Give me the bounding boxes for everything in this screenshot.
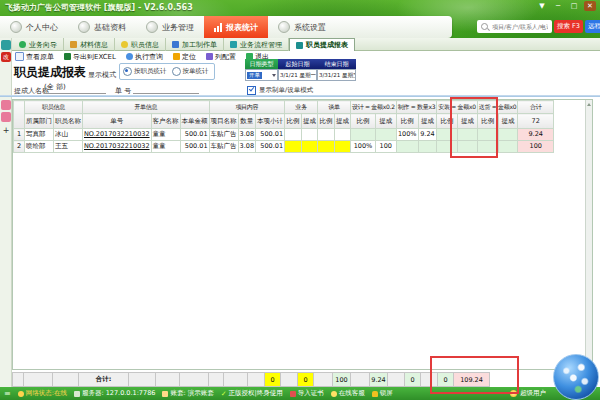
current-user[interactable]: 超级用户 xyxy=(510,389,546,398)
account-set: 账套: 演示账套 xyxy=(162,389,213,398)
column-header[interactable]: 所属部门 xyxy=(25,114,54,129)
column-header[interactable]: 提成 xyxy=(375,114,396,129)
table-row[interactable]: 2喷绘部王五NO.2017032210032童童500.01车贴广告3.0850… xyxy=(14,141,554,153)
column-header[interactable]: 单号 xyxy=(83,114,152,129)
menu-item-label: 系统设置 xyxy=(294,22,326,33)
remote-training-button[interactable]: 远程培训 xyxy=(585,20,600,33)
shortcut-teal-icon[interactable] xyxy=(1,40,11,50)
search-button[interactable]: 搜索 F3 xyxy=(554,20,583,33)
menu-item-personal-center[interactable]: 个人中心 xyxy=(0,16,68,38)
table-row[interactable]: 1写真部冰山NO.2017032210032童童500.01车贴广告3.0850… xyxy=(14,129,554,141)
column-header[interactable]: 本项小计 xyxy=(256,114,285,129)
report-icon xyxy=(296,42,303,49)
start-date-select[interactable]: 3/1/21 星期一 xyxy=(278,69,317,81)
radio-by-staff[interactable]: 按职员统计 xyxy=(123,67,167,76)
shortcut-pink-icon-1[interactable] xyxy=(1,100,11,110)
vertical-scrollbar[interactable] xyxy=(585,100,592,369)
column-config-button[interactable]: 列配置 xyxy=(206,52,236,62)
chevron-down-icon[interactable]: ▼ xyxy=(536,1,548,11)
import-certificate-button[interactable]: 导入证书 xyxy=(290,389,324,398)
table-cell xyxy=(318,129,335,141)
menu-item-business-management[interactable]: 业务管理 xyxy=(136,16,204,38)
column-group-header[interactable]: 安装 = 金额x0 xyxy=(437,101,478,114)
column-header[interactable]: 提成 xyxy=(498,114,518,129)
summary-cell: 0 xyxy=(298,373,314,387)
column-header[interactable]: 72 xyxy=(518,114,554,129)
table-cell[interactable]: NO.2017032210032 xyxy=(83,141,152,153)
lock-screen-button[interactable]: 锁屏 xyxy=(372,389,393,398)
shortcut-edit-icon[interactable]: 改 xyxy=(1,52,11,62)
column-header[interactable]: 客户名称 xyxy=(151,114,180,129)
locate-button[interactable]: 定位 xyxy=(173,52,196,62)
run-query-button[interactable]: 执行查询 xyxy=(126,52,163,62)
summary-cell xyxy=(281,373,298,387)
export-excel-button[interactable]: 导出到EXCEL xyxy=(64,52,116,62)
minimize-button[interactable]: ─ xyxy=(552,1,564,11)
table-cell: 冰山 xyxy=(54,129,83,141)
table-cell[interactable]: NO.2017032210032 xyxy=(83,129,152,141)
status-menu-icon[interactable]: ≡ xyxy=(4,389,11,399)
column-group-header[interactable]: 项目内容 xyxy=(209,101,284,114)
column-header[interactable]: 比例 xyxy=(477,114,498,129)
online-support-button[interactable]: 在线客服 xyxy=(331,389,365,398)
column-header[interactable]: 比例 xyxy=(396,114,418,129)
show-mode-checkbox[interactable]: 显示制单/设单模式 xyxy=(247,86,313,95)
tab-business-wizard[interactable]: 业务向导 xyxy=(13,38,64,51)
table-cell: 3.08 xyxy=(238,141,255,153)
column-group-header[interactable]: 谈单 xyxy=(318,101,351,114)
close-button[interactable]: ✕ xyxy=(584,1,596,11)
column-header[interactable]: 比例 xyxy=(318,114,335,129)
column-header[interactable]: 职员名称 xyxy=(54,114,83,129)
menu-item-base-data[interactable]: 基础资料 xyxy=(68,16,136,38)
lock-icon xyxy=(372,391,378,397)
radio-by-order[interactable]: 按单统计 xyxy=(172,67,209,76)
column-group-header[interactable]: 职员信息 xyxy=(25,101,83,114)
tab-label: 材料信息 xyxy=(80,40,108,50)
tab-business-flow[interactable]: 业务流程管理 xyxy=(224,38,289,51)
maximize-button[interactable]: □ xyxy=(568,1,580,11)
network-status[interactable]: 网络状态:在线 xyxy=(18,389,67,398)
end-date-select[interactable]: 3/31/21 星期三 xyxy=(317,69,356,81)
tool-label: 查看原单 xyxy=(26,52,54,62)
global-search-input[interactable] xyxy=(490,22,550,31)
gear-icon xyxy=(278,21,290,33)
column-group-header[interactable]: 合计 xyxy=(518,101,554,114)
import-icon xyxy=(290,391,296,397)
column-header[interactable]: 提成 xyxy=(335,114,351,129)
view-original-order-button[interactable]: 查看原单 xyxy=(15,52,54,62)
column-group-header[interactable]: 制作 = 数量x3 xyxy=(396,101,437,114)
column-header[interactable]: 提成 xyxy=(458,114,478,129)
column-header[interactable]: 比例 xyxy=(285,114,302,129)
date-filter-block: 日期类型 起始日期 结束日期 开单 3/1/21 星期一 3/31/21 星期三 xyxy=(245,59,356,81)
column-header[interactable]: 比例 xyxy=(437,114,458,129)
column-header[interactable]: 数量 xyxy=(238,114,255,129)
commission-person-field[interactable]: (全 部) xyxy=(44,82,106,94)
tab-staff-info[interactable]: 职员信息 xyxy=(115,38,166,51)
person-icon xyxy=(10,21,22,33)
column-header[interactable]: 项目名称 xyxy=(209,114,238,129)
summary-cell: 100 xyxy=(333,373,351,387)
table-cell xyxy=(437,141,458,153)
column-group-header[interactable]: 开单信息 xyxy=(83,101,210,114)
status-label: 正版授权|终身使用 xyxy=(229,389,283,398)
tab-work-order[interactable]: 加工制作单 xyxy=(166,38,224,51)
column-header[interactable]: 提成 xyxy=(302,114,318,129)
radio-label: 按职员统计 xyxy=(134,67,167,76)
shortcut-pink-icon-2[interactable] xyxy=(1,112,11,122)
tab-material-info[interactable]: 材料信息 xyxy=(64,38,115,51)
briefcase-icon xyxy=(146,21,158,33)
window-header-background: 飞扬动力广告公司管理软件 [旗舰版] - V2.6.0.563 ▼ ─ □ ✕ … xyxy=(0,0,600,38)
column-group-header[interactable]: 设计 = 金额x0.2 xyxy=(351,101,397,114)
menu-item-system-settings[interactable]: 系统设置 xyxy=(268,16,336,38)
tab-commission-report[interactable]: 职员提成报表 xyxy=(289,38,355,51)
column-header[interactable]: 本单金额 xyxy=(180,114,209,129)
add-shortcut-button[interactable]: + xyxy=(1,126,11,136)
column-group-header[interactable]: 送货 = 金额x0 xyxy=(477,101,518,114)
order-no-field[interactable] xyxy=(133,82,199,94)
date-type-select[interactable]: 开单 xyxy=(245,69,278,81)
column-header[interactable]: 比例 xyxy=(351,114,376,129)
menu-item-report-statistics[interactable]: 报表统计 xyxy=(204,16,268,38)
column-group-header[interactable]: 业务 xyxy=(285,101,318,114)
worksheet-icon xyxy=(172,41,179,48)
column-header[interactable]: 提成 xyxy=(418,114,436,129)
